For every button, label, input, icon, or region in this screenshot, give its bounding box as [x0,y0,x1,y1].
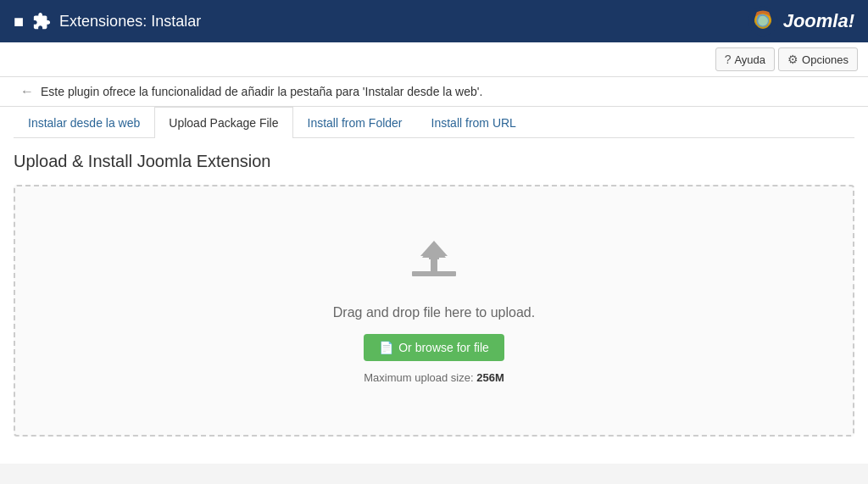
tab-install-from-url[interactable]: Install from URL [417,107,531,138]
tab-bar: Instalar desde la web Upload Package Fil… [14,107,854,138]
app-header: ■ Extensiones: Instalar Joomla! [0,0,868,42]
browse-button[interactable]: 📄 Or browse for file [364,334,504,361]
tab-install-from-url-link[interactable]: Install from URL [431,116,516,130]
page-title: Upload & Install Joomla Extension [14,152,854,171]
info-bar: ← Este plugin ofrece la funcionalidad de… [0,77,868,107]
options-label: Opciones [802,53,849,66]
browse-icon: 📄 [379,341,393,354]
info-message: Este plugin ofrece la funcionalidad de a… [41,85,482,98]
arrow-left-icon: ← [20,84,34,99]
upload-section: Upload & Install Joomla Extension Drag a… [14,138,854,450]
header-title: Extensiones: Instalar [59,13,201,31]
options-button[interactable]: ⚙ Opciones [778,47,858,71]
tab-install-from-folder[interactable]: Install from Folder [293,107,417,138]
upload-icon [409,237,459,288]
tab-install-from-folder-link[interactable]: Install from Folder [308,116,403,130]
help-button[interactable]: ? Ayuda [715,47,775,71]
tab-upload-package-file[interactable]: Upload Package File [154,107,292,138]
joomla-logo: Joomla! [748,6,854,36]
max-size-label: Maximum upload size: [364,371,473,384]
tab-instalar-desde-web[interactable]: Instalar desde la web [14,107,154,138]
puzzle-icon: ■ [14,12,24,31]
help-icon: ? [725,53,732,66]
drop-text: Drag and drop file here to upload. [333,305,535,320]
toolbar: ? Ayuda ⚙ Opciones [0,42,868,77]
svg-rect-1 [412,271,456,276]
joomla-text: Joomla! [783,10,854,32]
tab-upload-label: Upload Package File [169,116,278,130]
header-title-area: ■ Extensiones: Instalar [14,12,201,31]
puzzle-icon-svg [32,12,51,31]
browse-label: Or browse for file [398,341,489,354]
max-size-value: 256M [476,371,504,384]
main-content: Instalar desde la web Upload Package Fil… [0,107,868,464]
svg-marker-4 [420,241,448,271]
joomla-icon [748,6,778,36]
help-label: Ayuda [734,53,765,66]
drop-zone[interactable]: Drag and drop file here to upload. 📄 Or … [14,185,854,437]
tab-instalar-desde-web-link[interactable]: Instalar desde la web [28,116,140,130]
max-size-info: Maximum upload size: 256M [364,371,504,384]
gear-icon: ⚙ [787,53,798,66]
